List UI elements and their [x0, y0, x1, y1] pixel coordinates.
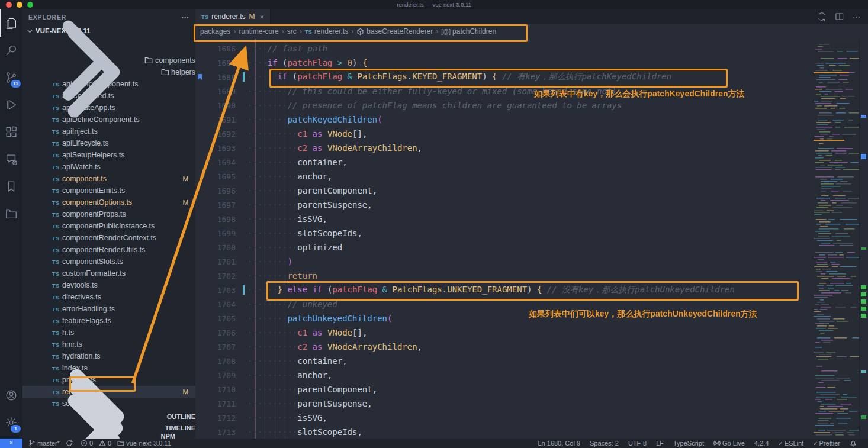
code-line-1709[interactable]: 1709··········anchor, [195, 368, 811, 382]
code-line-1707[interactable]: 1707··········c2 as VNodeArrayChildren, [195, 340, 811, 354]
breadcrumb-baseCreateRenderer[interactable]: baseCreateRenderer [356, 27, 433, 36]
line-number[interactable]: 1696 [195, 186, 243, 195]
code-line-1690[interactable]: 1690········// presence of patchFlag mea… [195, 98, 811, 112]
tree-item-componentRenderContext-ts[interactable]: TScomponentRenderContext.ts [22, 232, 195, 244]
tree-item-componentPublicInstance-ts[interactable]: TScomponentPublicInstance.ts [22, 220, 195, 232]
code-line-1705[interactable]: 1705········patchUnkeyedChildren( [195, 311, 811, 325]
line-number[interactable]: 1699 [195, 229, 243, 238]
line-number[interactable]: 1698 [195, 215, 243, 224]
breadcrumb-runtime-core[interactable]: runtime-core [239, 27, 278, 36]
code-line-1692[interactable]: 1692··········c1 as VNode[], [195, 127, 811, 141]
line-number[interactable]: 1712 [195, 414, 243, 423]
line-number[interactable]: 1686 [195, 44, 243, 53]
breadcrumb-renderer-ts[interactable]: TSrenderer.ts [305, 27, 349, 36]
tree-item-apiCreateApp-ts[interactable]: TSapiCreateApp.ts [22, 102, 195, 114]
line-number[interactable]: 1692 [195, 130, 243, 138]
line-number[interactable]: 1690 [195, 101, 243, 110]
code-line-1689[interactable]: 1689········// this could be either full… [195, 84, 811, 98]
status-language-mode[interactable]: TypeScript [673, 440, 704, 447]
line-number[interactable]: 1687 [195, 59, 243, 67]
open-changes-icon[interactable] [817, 12, 827, 21]
activity-item-settings[interactable]: 1 [0, 409, 22, 436]
status-encoding[interactable]: UTF-8 [628, 440, 647, 447]
explorer-more-actions[interactable]: ⋯ [181, 13, 189, 22]
status-eol[interactable]: LF [656, 440, 664, 447]
tree-item-componentOptions-ts[interactable]: TScomponentOptions.tsM [22, 196, 195, 208]
tab-close-icon[interactable]: × [260, 12, 265, 21]
code-line-1702[interactable]: 1702········return [195, 269, 811, 283]
split-editor-icon[interactable] [835, 12, 844, 21]
tree-item-customFormatter-ts[interactable]: TScustomFormatter.ts [22, 267, 195, 279]
status-eslint[interactable]: ✓ESLint [778, 440, 803, 447]
code-line-1693[interactable]: 1693··········c2 as VNodeArrayChildren, [195, 141, 811, 155]
status-git-branch[interactable]: master* [28, 440, 60, 447]
code-line-1703[interactable]: 1703······} else if (patchFlag & PatchFl… [195, 283, 811, 297]
status-warnings[interactable]: 0 [99, 440, 111, 447]
breadcrumb-src[interactable]: src [287, 27, 297, 36]
tree-item-componentEmits-ts[interactable]: TScomponentEmits.ts [22, 185, 195, 196]
tree-item-apiInject-ts[interactable]: TSapiInject.ts [22, 125, 195, 137]
line-number[interactable]: 1708 [195, 357, 243, 366]
tree-item-componentProps-ts[interactable]: TScomponentProps.ts [22, 208, 195, 220]
activity-item-bookmarks[interactable] [0, 173, 22, 200]
tree-item-errorHandling-ts[interactable]: TSerrorHandling.ts [22, 303, 195, 315]
line-number[interactable]: 1705 [195, 314, 243, 323]
code-line-1686[interactable]: 1686····// fast path [195, 41, 811, 56]
status-notifications[interactable] [850, 440, 859, 447]
activity-item-accounts[interactable] [0, 382, 22, 409]
tree-item-component-ts[interactable]: TScomponent.tsM [22, 173, 195, 185]
tree-item-componentRenderUtils-ts[interactable]: TScomponentRenderUtils.ts [22, 244, 195, 256]
activity-item-source-control[interactable]: 11 [0, 64, 22, 91]
editor-more-actions[interactable]: ⋯ [853, 12, 861, 21]
tree-item-apiWatch-ts[interactable]: TSapiWatch.ts [22, 161, 195, 173]
code-line-1708[interactable]: 1708··········container, [195, 354, 811, 368]
code-line-1711[interactable]: 1711··········parentSuspense, [195, 397, 811, 411]
line-number[interactable]: 1703 [195, 286, 243, 295]
tree-item-apiAsyncComponent-ts[interactable]: TSapiAsyncComponent.ts [22, 78, 195, 90]
tree-item-apiSetupHelpers-ts[interactable]: TSapiSetupHelpers.ts [22, 149, 195, 161]
activity-item-extensions[interactable] [0, 118, 22, 146]
code-line-1695[interactable]: 1695··········anchor, [195, 169, 811, 183]
code-line-1696[interactable]: 1696··········parentComponent, [195, 183, 811, 198]
line-number[interactable]: 1700 [195, 243, 243, 252]
activity-item-run-debug[interactable] [0, 91, 22, 118]
status-sync[interactable] [66, 440, 75, 447]
tree-item-apiDefineComponent-ts[interactable]: TSapiDefineComponent.ts [22, 114, 195, 125]
code-line-1697[interactable]: 1697··········parentSuspense, [195, 198, 811, 212]
code-line-1687[interactable]: 1687····if (patchFlag > 0) { [195, 56, 811, 70]
line-number[interactable]: 1693 [195, 144, 243, 153]
line-number[interactable]: 1689 [195, 87, 243, 96]
code-line-1698[interactable]: 1698··········isSVG, [195, 212, 811, 226]
breadcrumb-patchChildren[interactable]: [@]patchChildren [441, 27, 496, 36]
line-number[interactable]: 1694 [195, 158, 243, 167]
breadcrumb-packages[interactable]: packages [200, 27, 230, 36]
line-number[interactable]: 1697 [195, 201, 243, 210]
line-number[interactable]: 1695 [195, 172, 243, 181]
code-line-1706[interactable]: 1706··········c1 as VNode[], [195, 325, 811, 340]
tree-item-helpers[interactable]: helpers [22, 66, 195, 78]
tab-renderer-ts[interactable]: TS renderer.ts M × [195, 9, 271, 24]
tree-item-directives-ts[interactable]: TSdirectives.ts [22, 291, 195, 303]
code-line-1700[interactable]: 1700··········optimized [195, 240, 811, 254]
minimap[interactable] [811, 39, 860, 439]
code-line-1699[interactable]: 1699··········slotScopeIds, [195, 226, 811, 240]
line-number[interactable]: 1713 [195, 428, 243, 437]
line-number[interactable]: 1710 [195, 385, 243, 394]
status-prettier[interactable]: ✓Prettier [813, 440, 840, 447]
line-number[interactable]: 1707 [195, 343, 243, 352]
status-cursor-position[interactable]: Ln 1680, Col 9 [538, 440, 580, 447]
tree-item-featureFlags-ts[interactable]: TSfeatureFlags.ts [22, 315, 195, 327]
line-number[interactable]: 1704 [195, 300, 243, 309]
status-version[interactable]: 4.2.4 [754, 440, 769, 447]
activity-item-explorer[interactable] [0, 9, 22, 37]
code-line-1704[interactable]: 1704········// unkeyed [195, 297, 811, 311]
tree-item-devtools-ts[interactable]: TSdevtools.ts [22, 279, 195, 291]
status-errors[interactable]: 0 [81, 440, 93, 447]
line-number[interactable]: 1701 [195, 257, 243, 266]
overview-ruler[interactable] [859, 39, 868, 439]
code-line-1710[interactable]: 1710··········parentComponent, [195, 382, 811, 397]
status-go-live[interactable]: Go Live [713, 440, 745, 447]
line-number[interactable]: 1688 [195, 73, 243, 82]
line-number[interactable]: 1709 [195, 371, 243, 380]
tree-item-h-ts[interactable]: TSh.ts [22, 327, 195, 339]
